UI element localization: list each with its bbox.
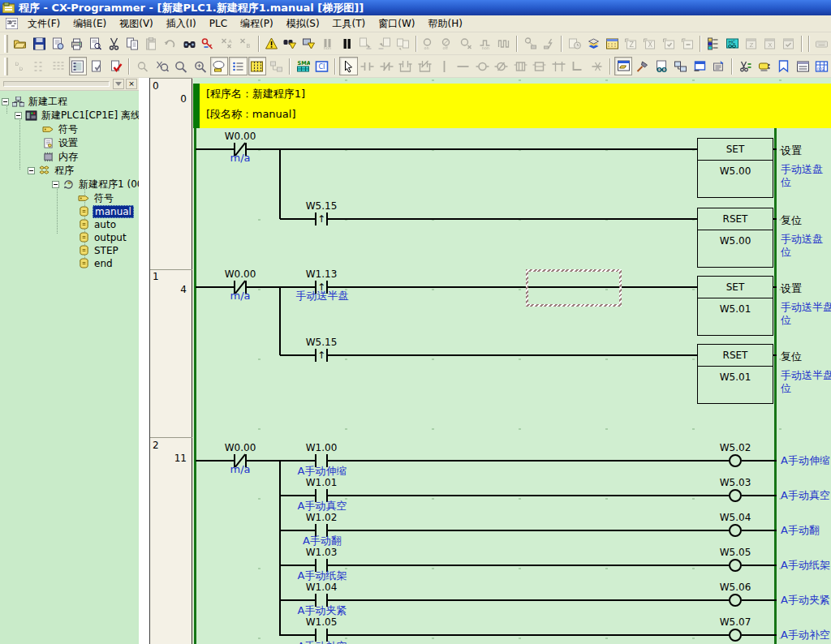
new-contact-icon[interactable] <box>359 57 377 75</box>
menu-view[interactable]: 视图(V) <box>113 15 160 32</box>
new-function-block-icon[interactable] <box>549 57 568 75</box>
rset-instruction-block[interactable]: RSET W5.00 <box>697 208 773 268</box>
rset-instruction-block[interactable]: RSET W5.01 <box>697 344 773 404</box>
expander-icon[interactable] <box>28 167 35 174</box>
program-sections-icon[interactable] <box>585 34 603 53</box>
view-small-icon[interactable]: DD <box>11 57 30 75</box>
tree-item-section-step[interactable]: STEP <box>78 244 120 256</box>
output-window-z-icon[interactable]: Z <box>743 34 760 53</box>
cross-reference-icon[interactable] <box>672 57 691 75</box>
output-window-x-icon[interactable]: X <box>761 34 779 53</box>
delete-line-icon[interactable] <box>588 57 606 75</box>
expander-icon[interactable] <box>52 181 59 188</box>
work-online-icon[interactable] <box>521 34 539 53</box>
io-table-icon[interactable] <box>691 57 709 75</box>
monitor-minus-icon[interactable] <box>678 34 696 53</box>
transfer-to-plc-icon[interactable] <box>356 34 374 53</box>
output-window-check-icon[interactable] <box>780 34 798 53</box>
coil-w506[interactable] <box>729 594 742 607</box>
differential-monitor-icon[interactable] <box>495 34 513 53</box>
zoom-in-icon[interactable] <box>191 57 209 75</box>
cut-icon[interactable] <box>105 34 123 53</box>
tree-item-programs[interactable]: 程序 <box>28 165 75 177</box>
new-vertical-line-icon[interactable] <box>435 57 454 75</box>
compile-icon[interactable] <box>263 34 281 53</box>
show-rung-annotations-icon[interactable] <box>229 57 248 75</box>
force-cancel-icon[interactable] <box>458 34 476 53</box>
view-section-list-icon[interactable] <box>50 57 68 75</box>
coil-w505[interactable] <box>729 559 742 572</box>
address-grid-icon[interactable]: 002 <box>812 57 831 75</box>
tree-item-program1[interactable]: 新建程序1 (00 <box>52 178 139 191</box>
toolbar-grip[interactable] <box>4 58 8 75</box>
show-comments-icon[interactable] <box>210 57 229 75</box>
toggle-pause-icon[interactable] <box>338 34 355 53</box>
edit-cursor[interactable] <box>526 269 622 307</box>
show-grid-icon[interactable] <box>248 57 267 75</box>
new-connect-line-icon[interactable] <box>569 57 588 75</box>
tree-item-section-end[interactable]: end <box>78 257 114 269</box>
program-check-icon[interactable] <box>107 57 126 75</box>
coil-w507[interactable] <box>729 629 742 642</box>
view-symbols-icon[interactable] <box>31 57 50 75</box>
coil-w503[interactable] <box>729 489 742 502</box>
rung-number[interactable]: 1 <box>153 271 169 282</box>
transfer-from-plc-icon[interactable] <box>375 34 393 53</box>
zoom-out-icon[interactable] <box>171 57 190 75</box>
coil-w502[interactable] <box>729 454 742 467</box>
menu-edit[interactable]: 编辑(E) <box>67 15 113 32</box>
tree-item-symbols[interactable]: 符号 <box>42 123 80 135</box>
menu-plc[interactable]: PLC <box>203 16 234 31</box>
expander-icon[interactable] <box>15 112 22 119</box>
show-project-window-icon[interactable] <box>614 57 633 75</box>
zoom-half-icon[interactable] <box>153 57 171 75</box>
new-reset-icon[interactable] <box>531 57 549 75</box>
print-preview-icon[interactable] <box>86 34 104 53</box>
check-and-transfer-icon[interactable] <box>300 34 318 53</box>
section-cut-icon[interactable] <box>736 57 755 75</box>
show-section-tree-icon[interactable] <box>267 57 286 75</box>
workspace-grip[interactable] <box>3 81 110 87</box>
monitor-z-icon[interactable]: Z <box>622 34 640 53</box>
print-icon[interactable] <box>67 34 85 53</box>
find-next-icon[interactable]: A <box>217 34 235 53</box>
page-setup-icon[interactable] <box>49 34 67 53</box>
tree-item-section-symbols[interactable]: 符号 <box>78 192 115 204</box>
new-coil-closed-icon[interactable] <box>492 57 510 75</box>
force-off-icon[interactable]: off <box>439 34 457 53</box>
tree-item-section-auto[interactable]: auto <box>78 218 118 230</box>
watch-window-icon[interactable] <box>652 57 671 75</box>
menu-insert[interactable]: 插入(I) <box>160 15 203 32</box>
set-instruction-block[interactable]: SET W5.00 <box>697 138 773 198</box>
monitor-x-icon[interactable]: X <box>641 34 659 53</box>
tree-item-section-output[interactable]: output <box>78 231 128 243</box>
workspace-close-button[interactable]: × <box>126 79 137 89</box>
coil-w504[interactable] <box>729 524 742 537</box>
workspace-dropdown-button[interactable] <box>113 79 124 89</box>
rung-number[interactable]: 0 <box>153 80 169 92</box>
tree-item-project[interactable]: 新建工程 <box>2 96 69 108</box>
tree-item-memory[interactable]: 内存 <box>42 151 80 163</box>
new-contact-or-icon[interactable] <box>397 57 416 75</box>
new-contact-or-closed-icon[interactable] <box>416 57 434 75</box>
view-instruction-ci-icon[interactable]: CI <box>312 57 331 75</box>
menu-window[interactable]: 窗口(W) <box>372 15 421 32</box>
tree-item-plc[interactable]: 新建PLC1[CP1E] 离线 <box>15 109 139 122</box>
bookmark-icon[interactable] <box>774 57 793 75</box>
compile-all-icon[interactable] <box>282 34 299 53</box>
new-set-icon[interactable] <box>511 57 530 75</box>
menu-tools[interactable]: 工具(T) <box>326 15 372 32</box>
contact-up-w515[interactable]: ↑ <box>315 349 328 362</box>
find-previous-icon[interactable]: B <box>236 34 254 53</box>
comment-list-icon[interactable] <box>756 57 774 75</box>
view-diagram-icon[interactable] <box>69 57 88 75</box>
check-selection-icon[interactable] <box>88 57 106 75</box>
rung-number[interactable]: 2 <box>153 440 169 451</box>
new-horizontal-line-icon[interactable] <box>454 57 472 75</box>
save-icon[interactable] <box>30 34 48 53</box>
build-icon[interactable] <box>633 57 652 75</box>
auto-online-icon[interactable] <box>540 34 558 53</box>
properties-icon[interactable] <box>710 57 729 75</box>
dialog-list-icon[interactable] <box>794 57 812 75</box>
zoom-tool-icon[interactable] <box>133 57 152 75</box>
